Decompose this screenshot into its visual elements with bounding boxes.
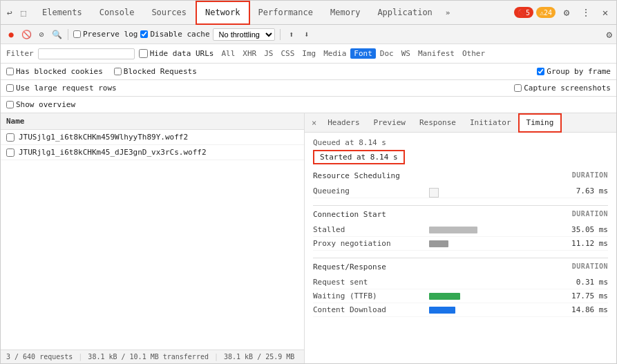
tab-bar-right: 🚫 5 ⚠ 24 ⚙ ⋮ ✕ (514, 4, 614, 21)
request-name-2: JTURjlg1_i6t8kCHKm45_dJE3gnD_vx3rCs.woff… (19, 148, 207, 157)
use-large-rows-cb[interactable] (6, 84, 14, 92)
network-settings-icon[interactable]: ⚙ (607, 29, 612, 40)
timing-row-request-sent: Request sent 0.31 ms (313, 276, 608, 289)
group-by-frame-label: Group by frame (547, 67, 611, 76)
timing-row-proxy: Proxy negotiation 11.12 ms (313, 237, 608, 251)
filter-xhr[interactable]: XHR (239, 48, 260, 59)
ttfb-bar (429, 293, 561, 300)
filter-js[interactable]: JS (260, 48, 276, 59)
timing-section-request: Request/Response DURATION Request sent 0… (313, 262, 608, 317)
filter-ws[interactable]: WS (398, 48, 414, 59)
has-blocked-cookies-cb[interactable] (6, 68, 14, 75)
blocked-requests-cb[interactable] (114, 68, 122, 75)
timing-row-stalled: Stalled 35.05 ms (313, 223, 608, 237)
tab-headers[interactable]: Headers (321, 113, 366, 133)
settings-icon[interactable]: ⚙ (558, 4, 575, 21)
hide-data-urls-checkbox[interactable] (139, 49, 148, 58)
table-row[interactable]: JTURjlg1_i6t8kCHKm45_dJE3gnD_vx3rCs.woff… (1, 145, 304, 160)
show-overview-group: Show overview (6, 100, 75, 109)
filter-all[interactable]: All (218, 48, 238, 59)
filter-manifest[interactable]: Manifest (415, 48, 458, 59)
status-bar: 3 / 640 requests | 38.1 kB / 10.1 MB tra… (1, 349, 304, 363)
filter-icon[interactable]: ⊘ (35, 28, 48, 41)
tab-application[interactable]: Application (369, 1, 441, 25)
filter-font[interactable]: Font (350, 48, 376, 59)
back-icon[interactable]: ↩ (3, 6, 16, 19)
tab-response[interactable]: Response (412, 113, 463, 133)
record-btn[interactable]: ● (5, 28, 17, 41)
filter-types: All XHR JS CSS Img Media Font Doc WS Man… (218, 48, 488, 59)
timing-section-connection: Connection Start DURATION Stalled 35.05 … (313, 210, 608, 251)
row-checkbox-1[interactable] (6, 133, 15, 142)
import-icon[interactable]: ⬆ (285, 28, 298, 41)
blocked-requests-label: Blocked Requests (124, 67, 197, 76)
request-sent-label: Request sent (313, 278, 424, 287)
request-name-1: JTUSjlg1_i6t8kCHKm459WlhyyTh89Y.woff2 (19, 133, 188, 142)
table-row[interactable]: JTUSjlg1_i6t8kCHKm459WlhyyTh89Y.woff2 (1, 130, 304, 145)
tab-overflow[interactable]: » (442, 8, 455, 17)
tab-initiator[interactable]: Initiator (463, 113, 518, 133)
hide-data-urls-group: Hide data URLs (139, 49, 214, 58)
use-large-rows-group: Use large request rows (6, 84, 117, 93)
queueing-bar (429, 188, 561, 195)
show-overview-label: Show overview (16, 100, 75, 109)
tab-preview[interactable]: Preview (367, 113, 412, 133)
tab-sources[interactable]: Sources (143, 1, 196, 25)
right-checks2: Capture screenshots (514, 84, 611, 93)
capture-screenshots-cb[interactable] (514, 84, 522, 92)
undock-icon[interactable]: ✕ (597, 4, 614, 21)
group-by-frame-group: Group by frame (537, 67, 611, 76)
close-panel-btn[interactable]: × (307, 118, 321, 128)
proxy-bar (429, 240, 561, 247)
filter-img[interactable]: Img (298, 48, 319, 59)
disable-cache-checkbox[interactable] (140, 30, 148, 38)
tab-network[interactable]: Network (196, 1, 250, 25)
filter-media[interactable]: Media (320, 48, 350, 59)
stalled-value: 35.05 ms (567, 225, 608, 234)
preserve-log-checkbox[interactable] (73, 30, 81, 38)
inspect-icon[interactable]: ⬚ (17, 6, 30, 19)
checkboxes-row2: Use large request rows Capture screensho… (1, 80, 616, 97)
download-value: 14.86 ms (567, 305, 608, 314)
row-checkbox-2[interactable] (6, 149, 15, 157)
has-blocked-cookies-label: Has blocked cookies (16, 67, 103, 76)
queueing-value: 7.63 ms (567, 186, 608, 195)
left-panel: Name JTUSjlg1_i6t8kCHKm459WlhyyTh89Y.wof… (1, 113, 305, 363)
timing-row-queueing: Queueing 7.63 ms (313, 184, 608, 198)
sep1 (68, 29, 68, 40)
clear-btn[interactable]: 🚫 (20, 28, 32, 41)
filter-input[interactable] (38, 48, 135, 59)
timing-section-scheduling: Resource Scheduling DURATION Queueing 7.… (313, 171, 608, 198)
started-label: Started at 8.14 s (313, 150, 405, 164)
section-title-request: Request/Response DURATION (313, 262, 608, 273)
download-bar (429, 307, 561, 314)
filter-doc[interactable]: Doc (377, 48, 397, 59)
show-overview-cb[interactable] (6, 101, 14, 108)
more-icon[interactable]: ⋮ (578, 4, 594, 21)
capture-screenshots-group: Capture screenshots (514, 84, 611, 93)
error-badge: 🚫 5 (514, 7, 533, 18)
section-title-connection: Connection Start DURATION (313, 210, 608, 220)
devtools-window: ↩ ⬚ Elements Console Sources Network Per… (0, 0, 617, 364)
tab-console[interactable]: Console (91, 1, 144, 25)
search-icon[interactable]: 🔍 (50, 28, 63, 41)
throttling-select[interactable]: No throttling (213, 28, 275, 41)
tab-timing[interactable]: Timing (518, 113, 562, 133)
section-title-scheduling: Resource Scheduling DURATION (313, 171, 608, 182)
transferred-size: 38.1 kB / 10.1 MB transferred (88, 353, 209, 361)
tab-memory[interactable]: Memory (322, 1, 369, 25)
tab-elements[interactable]: Elements (34, 1, 91, 25)
main-area: Name JTUSjlg1_i6t8kCHKm459WlhyyTh89Y.wof… (1, 113, 616, 363)
group-by-frame-cb[interactable] (537, 68, 544, 75)
export-icon[interactable]: ⬇ (301, 28, 313, 41)
blocked-requests-group: Blocked Requests (114, 67, 197, 76)
warning-badge: ⚠ 24 (536, 7, 556, 18)
queued-label: Queued at 8.14 s (313, 138, 608, 147)
tab-performance[interactable]: Performance (250, 1, 322, 25)
timing-panel: Queued at 8.14 s Started at 8.14 s Resou… (305, 133, 616, 363)
name-column-header: Name (1, 113, 304, 130)
filter-other[interactable]: Other (459, 48, 488, 59)
filter-css[interactable]: CSS (277, 48, 298, 59)
hide-data-urls-label: Hide data URLs (150, 49, 214, 58)
disable-cache-group: Disable cache (140, 30, 209, 39)
